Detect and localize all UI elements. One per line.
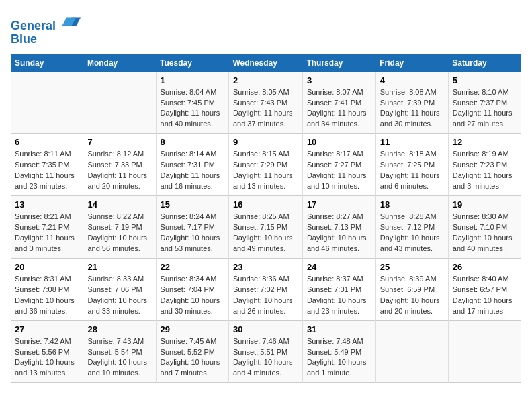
day-number: 12	[453, 137, 517, 147]
calendar-cell: 19Sunrise: 8:30 AM Sunset: 7:10 PM Dayli…	[448, 196, 521, 259]
calendar-cell: 27Sunrise: 7:42 AM Sunset: 5:56 PM Dayli…	[11, 320, 83, 383]
page-header: General Blue	[11, 11, 521, 46]
cell-content: Sunrise: 8:07 AM Sunset: 7:41 PM Dayligh…	[307, 87, 371, 130]
calendar-cell: 15Sunrise: 8:24 AM Sunset: 7:17 PM Dayli…	[156, 196, 228, 259]
cell-content: Sunrise: 8:40 AM Sunset: 6:57 PM Dayligh…	[453, 274, 517, 317]
cell-content: Sunrise: 8:36 AM Sunset: 7:02 PM Dayligh…	[233, 274, 298, 317]
calendar-header: SundayMondayTuesdayWednesdayThursdayFrid…	[11, 54, 521, 72]
weekday-header: Wednesday	[228, 54, 302, 72]
cell-content: Sunrise: 8:39 AM Sunset: 6:59 PM Dayligh…	[380, 274, 444, 317]
calendar-cell: 13Sunrise: 8:21 AM Sunset: 7:21 PM Dayli…	[11, 196, 83, 259]
calendar-cell: 26Sunrise: 8:40 AM Sunset: 6:57 PM Dayli…	[448, 258, 521, 320]
cell-content: Sunrise: 8:27 AM Sunset: 7:13 PM Dayligh…	[307, 212, 371, 255]
weekday-header: Saturday	[448, 54, 521, 72]
day-number: 8	[161, 137, 224, 147]
calendar-table: SundayMondayTuesdayWednesdayThursdayFrid…	[11, 54, 521, 383]
calendar-cell: 24Sunrise: 8:37 AM Sunset: 7:01 PM Dayli…	[302, 258, 375, 320]
calendar-week-row: 6Sunrise: 8:11 AM Sunset: 7:35 PM Daylig…	[11, 134, 521, 196]
day-number: 29	[161, 324, 224, 334]
calendar-cell: 5Sunrise: 8:10 AM Sunset: 7:37 PM Daylig…	[448, 72, 521, 134]
cell-content: Sunrise: 8:25 AM Sunset: 7:15 PM Dayligh…	[233, 212, 298, 255]
day-number: 1	[161, 75, 224, 85]
calendar-cell: 23Sunrise: 8:36 AM Sunset: 7:02 PM Dayli…	[228, 258, 302, 320]
day-number: 23	[233, 262, 298, 272]
cell-content: Sunrise: 8:10 AM Sunset: 7:37 PM Dayligh…	[453, 87, 517, 130]
day-number: 13	[15, 199, 79, 210]
calendar-cell: 30Sunrise: 7:46 AM Sunset: 5:51 PM Dayli…	[228, 320, 302, 383]
calendar-week-row: 13Sunrise: 8:21 AM Sunset: 7:21 PM Dayli…	[11, 196, 521, 259]
day-number: 24	[307, 262, 371, 272]
cell-content: Sunrise: 8:11 AM Sunset: 7:35 PM Dayligh…	[15, 149, 79, 192]
day-number: 17	[307, 199, 371, 210]
logo-blue: Blue	[11, 33, 81, 46]
calendar-cell: 7Sunrise: 8:12 AM Sunset: 7:33 PM Daylig…	[83, 134, 156, 196]
calendar-cell: 8Sunrise: 8:14 AM Sunset: 7:31 PM Daylig…	[156, 134, 228, 196]
day-number: 5	[453, 75, 517, 85]
cell-content: Sunrise: 8:30 AM Sunset: 7:10 PM Dayligh…	[453, 212, 517, 255]
calendar-cell: 16Sunrise: 8:25 AM Sunset: 7:15 PM Dayli…	[228, 196, 302, 259]
cell-content: Sunrise: 8:21 AM Sunset: 7:21 PM Dayligh…	[15, 212, 79, 255]
cell-content: Sunrise: 8:31 AM Sunset: 7:08 PM Dayligh…	[15, 274, 79, 317]
calendar-cell	[11, 72, 83, 134]
cell-content: Sunrise: 8:15 AM Sunset: 7:29 PM Dayligh…	[233, 149, 298, 192]
day-number: 2	[233, 75, 298, 85]
cell-content: Sunrise: 8:12 AM Sunset: 7:33 PM Dayligh…	[87, 149, 151, 192]
day-number: 7	[87, 137, 151, 147]
calendar-cell: 29Sunrise: 7:45 AM Sunset: 5:52 PM Dayli…	[156, 320, 228, 383]
day-number: 3	[307, 75, 371, 85]
calendar-cell: 12Sunrise: 8:19 AM Sunset: 7:23 PM Dayli…	[448, 134, 521, 196]
logo-text: General	[11, 11, 81, 33]
day-number: 19	[453, 199, 517, 210]
calendar-cell: 1Sunrise: 8:04 AM Sunset: 7:45 PM Daylig…	[156, 72, 228, 134]
calendar-cell: 18Sunrise: 8:28 AM Sunset: 7:12 PM Dayli…	[375, 196, 448, 259]
weekday-header: Monday	[83, 54, 156, 72]
calendar-cell	[375, 320, 448, 383]
calendar-cell: 10Sunrise: 8:17 AM Sunset: 7:27 PM Dayli…	[302, 134, 375, 196]
day-number: 21	[87, 262, 151, 272]
cell-content: Sunrise: 8:08 AM Sunset: 7:39 PM Dayligh…	[380, 87, 444, 130]
cell-content: Sunrise: 8:04 AM Sunset: 7:45 PM Dayligh…	[161, 87, 224, 130]
cell-content: Sunrise: 8:22 AM Sunset: 7:19 PM Dayligh…	[87, 212, 151, 255]
calendar-cell: 3Sunrise: 8:07 AM Sunset: 7:41 PM Daylig…	[302, 72, 375, 134]
day-number: 11	[380, 137, 444, 147]
day-number: 16	[233, 199, 298, 210]
day-number: 25	[380, 262, 444, 272]
calendar-body: 1Sunrise: 8:04 AM Sunset: 7:45 PM Daylig…	[11, 72, 521, 383]
day-number: 15	[161, 199, 224, 210]
day-number: 10	[307, 137, 371, 147]
cell-content: Sunrise: 8:05 AM Sunset: 7:43 PM Dayligh…	[233, 87, 298, 130]
day-number: 28	[87, 324, 151, 334]
calendar-cell: 20Sunrise: 8:31 AM Sunset: 7:08 PM Dayli…	[11, 258, 83, 320]
day-number: 18	[380, 199, 444, 210]
cell-content: Sunrise: 7:46 AM Sunset: 5:51 PM Dayligh…	[233, 336, 298, 379]
day-number: 14	[87, 199, 151, 210]
calendar-week-row: 27Sunrise: 7:42 AM Sunset: 5:56 PM Dayli…	[11, 320, 521, 383]
day-number: 26	[453, 262, 517, 272]
calendar-cell: 17Sunrise: 8:27 AM Sunset: 7:13 PM Dayli…	[302, 196, 375, 259]
cell-content: Sunrise: 8:33 AM Sunset: 7:06 PM Dayligh…	[87, 274, 151, 317]
cell-content: Sunrise: 8:19 AM Sunset: 7:23 PM Dayligh…	[453, 149, 517, 192]
cell-content: Sunrise: 7:48 AM Sunset: 5:49 PM Dayligh…	[307, 336, 371, 379]
calendar-cell	[448, 320, 521, 383]
day-number: 6	[15, 137, 79, 147]
day-number: 27	[15, 324, 79, 334]
day-number: 9	[233, 137, 298, 147]
day-number: 22	[161, 262, 224, 272]
cell-content: Sunrise: 8:17 AM Sunset: 7:27 PM Dayligh…	[307, 149, 371, 192]
calendar-cell: 6Sunrise: 8:11 AM Sunset: 7:35 PM Daylig…	[11, 134, 83, 196]
calendar-week-row: 1Sunrise: 8:04 AM Sunset: 7:45 PM Daylig…	[11, 72, 521, 134]
cell-content: Sunrise: 8:24 AM Sunset: 7:17 PM Dayligh…	[161, 212, 224, 255]
calendar-cell: 2Sunrise: 8:05 AM Sunset: 7:43 PM Daylig…	[228, 72, 302, 134]
weekday-row: SundayMondayTuesdayWednesdayThursdayFrid…	[11, 54, 521, 72]
weekday-header: Tuesday	[156, 54, 228, 72]
calendar-cell: 28Sunrise: 7:43 AM Sunset: 5:54 PM Dayli…	[83, 320, 156, 383]
calendar-week-row: 20Sunrise: 8:31 AM Sunset: 7:08 PM Dayli…	[11, 258, 521, 320]
cell-content: Sunrise: 8:14 AM Sunset: 7:31 PM Dayligh…	[161, 149, 224, 192]
logo-icon	[62, 11, 81, 30]
cell-content: Sunrise: 7:45 AM Sunset: 5:52 PM Dayligh…	[161, 336, 224, 379]
calendar-cell: 31Sunrise: 7:48 AM Sunset: 5:49 PM Dayli…	[302, 320, 375, 383]
calendar-cell	[83, 72, 156, 134]
calendar-cell: 21Sunrise: 8:33 AM Sunset: 7:06 PM Dayli…	[83, 258, 156, 320]
calendar-cell: 22Sunrise: 8:34 AM Sunset: 7:04 PM Dayli…	[156, 258, 228, 320]
cell-content: Sunrise: 8:18 AM Sunset: 7:25 PM Dayligh…	[380, 149, 444, 192]
